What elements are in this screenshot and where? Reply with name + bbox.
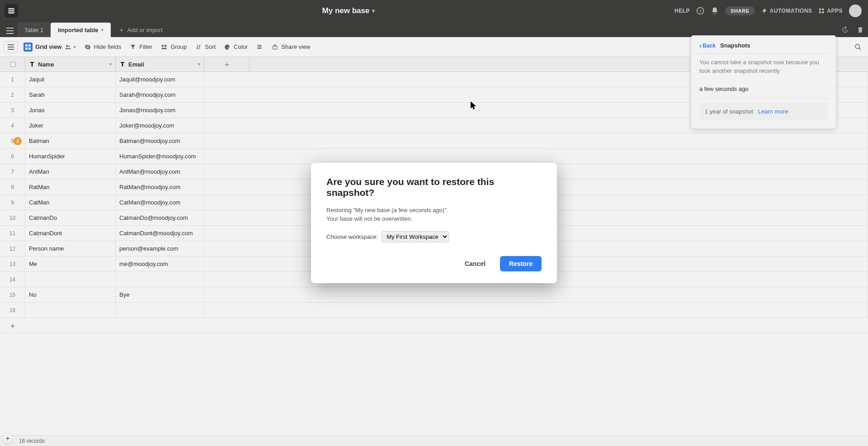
modal-title: Are you sure you want to restore this sn…: [326, 176, 542, 198]
choose-workspace-label: Choose workspace:: [326, 233, 378, 240]
modal-overlay[interactable]: Are you sure you want to restore this sn…: [0, 0, 868, 446]
restore-snapshot-modal: Are you sure you want to restore this sn…: [311, 163, 557, 283]
modal-body-line: Restoring "My new base (a few seconds ag…: [326, 207, 448, 214]
modal-body-line: Your base will not be overwritten.: [326, 215, 412, 222]
workspace-select[interactable]: My First Workspace: [382, 231, 449, 242]
cancel-button[interactable]: Cancel: [456, 256, 495, 271]
modal-body: Restoring "My new base (a few seconds ag…: [326, 206, 542, 223]
restore-button[interactable]: Restore: [500, 256, 542, 271]
